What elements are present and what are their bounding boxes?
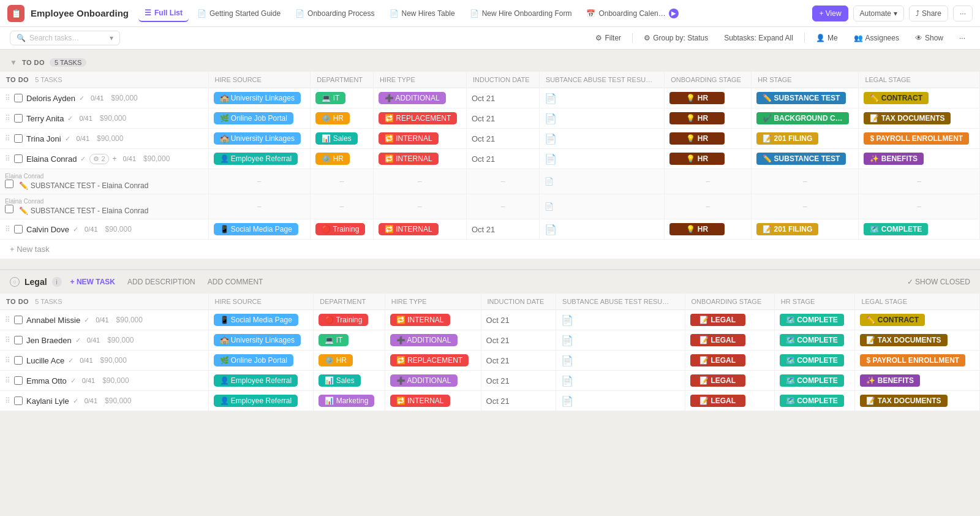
automate-button[interactable]: Automate ▾ xyxy=(853,6,904,21)
hire-type-cell: 🔁 INTERNAL xyxy=(373,129,466,149)
task-meta: 0/41 xyxy=(123,155,136,162)
add-subtask[interactable]: + xyxy=(113,154,117,163)
sub-td: – xyxy=(665,169,752,194)
hire-type-chip: 🔁 REPLACEMENT xyxy=(379,112,457,124)
substance-cell: 📄 xyxy=(556,351,685,371)
department-cell: 📊 Marketing xyxy=(314,391,385,411)
hire-source-chip: 👤 Employee Referral xyxy=(214,153,298,165)
task-checkbox[interactable] xyxy=(14,154,23,163)
task-checkbox[interactable] xyxy=(14,114,23,123)
induction-date-cell: Oct 21 xyxy=(481,330,556,351)
induction-date-cell: Oct 21 xyxy=(481,371,556,391)
more-button[interactable]: ··· xyxy=(953,6,973,21)
show-button[interactable]: 👁 Show xyxy=(910,31,948,45)
stage-chip: 🗺️ COMPLETE xyxy=(780,395,844,407)
tab-onboarding-process[interactable]: 📄 Onboarding Process xyxy=(289,6,380,21)
task-checkbox[interactable] xyxy=(14,134,23,143)
legal-table-wrap: TO DO 5 TASKS HIRE SOURCE DEPARTMENT HIR… xyxy=(0,294,980,411)
task-price: $90,000 xyxy=(102,376,129,385)
toolbar-right: ⚙ Filter ⚙ Group by: Status Subtasks: Ex… xyxy=(590,31,970,45)
subtask-checkbox[interactable] xyxy=(5,180,13,188)
task-checkbox[interactable] xyxy=(14,94,23,102)
tab-new-hire-form[interactable]: 📄 New Hire Onboarding Form xyxy=(464,6,578,21)
expand-todo-icon[interactable]: ▼ xyxy=(10,58,17,67)
table-row: ⠿ Kaylani Lyle ✓ 0/41 $90,000 👤 Employee… xyxy=(0,391,980,411)
onboarding-stage-cell: 💡 HR xyxy=(665,149,752,169)
hire-source-chip: 👤 Employee Referral xyxy=(214,374,298,387)
assignees-button[interactable]: 👥 Assignees xyxy=(849,31,904,45)
th-induction-date: INDUCTION DATE xyxy=(466,72,539,88)
nav-actions: + View Automate ▾ ⤴ Share ··· xyxy=(812,6,973,21)
legal-section: ○ Legal i + NEW TASK ADD DESCRIPTION ADD… xyxy=(0,269,980,411)
share-button[interactable]: ⤴ Share xyxy=(909,6,948,21)
search-box[interactable]: 🔍 Search tasks… ▾ xyxy=(10,31,120,45)
stage-chip: ✏️ SUBSTANCE TEST xyxy=(756,153,846,165)
subtasks-button[interactable]: Subtasks: Expand All xyxy=(719,31,798,45)
onboarding-stage-cell: 📝 LEGAL xyxy=(685,371,774,391)
drag-handle: ⠿ xyxy=(5,316,10,324)
lth-todo: TO DO 5 TASKS xyxy=(0,294,208,310)
file-icon: 📄 xyxy=(545,93,557,104)
subtask-checkbox[interactable] xyxy=(5,205,13,213)
group-by-button[interactable]: ⚙ Group by: Status xyxy=(639,31,713,45)
file-icon: 📄 xyxy=(545,202,554,211)
stage-chip: 🗺️ COMPLETE xyxy=(780,354,844,366)
task-checkbox[interactable] xyxy=(14,396,23,405)
add-description-button[interactable]: ADD DESCRIPTION xyxy=(124,276,199,287)
drag-handle: ⠿ xyxy=(5,336,10,344)
more-options-button[interactable]: ··· xyxy=(954,31,970,45)
hire-source-cell: 🏫 University Linkages xyxy=(208,88,311,108)
stage-chip: 📝 LEGAL xyxy=(690,334,745,346)
onboarding-stage-cell: 💡 HR xyxy=(665,219,752,240)
hire-source-chip: 📱 Social Media Page xyxy=(214,223,298,235)
tab-full-list[interactable]: ☰ Full List xyxy=(138,5,189,22)
table-header-row: TO DO 5 TASKS HIRE SOURCE DEPARTMENT HIR… xyxy=(0,72,980,88)
lth-onboarding-stage: ONBOARDING STAGE xyxy=(685,294,774,310)
assignees-icon: 👥 xyxy=(854,34,863,42)
hire-source-cell: 👤 Employee Referral xyxy=(208,391,314,411)
induction-date-cell: Oct 21 xyxy=(466,129,539,149)
onboarding-stage-cell: 💡 HR xyxy=(665,88,752,108)
substance-cell: 📄 xyxy=(556,391,685,411)
task-checkbox[interactable] xyxy=(14,225,23,233)
substance-cell: 📄 xyxy=(539,129,664,149)
add-comment-button[interactable]: ADD COMMENT xyxy=(204,276,267,287)
filter-button[interactable]: ⚙ Filter xyxy=(590,31,626,45)
onboarding-stage-cell: 💡 HR xyxy=(665,108,752,129)
lth-hr-stage: HR STAGE xyxy=(774,294,855,310)
hire-source-cell: 🌿 Online Job Portal xyxy=(208,108,311,129)
department-cell: 📊 Sales xyxy=(314,371,385,391)
task-meta: 0/41 xyxy=(85,226,97,233)
stage-chip: ✔️ BACKGROUND C… xyxy=(756,112,848,124)
expand-legal-icon[interactable]: ○ xyxy=(10,277,20,287)
task-meta: 0/41 xyxy=(91,94,104,102)
new-task-legal-button[interactable]: + NEW TASK xyxy=(67,276,119,287)
task-checkbox[interactable] xyxy=(14,356,23,365)
stage-chip: 📝 LEGAL xyxy=(690,395,745,407)
task-name-cell: ⠿ Annabel Missie ✓ 0/41 $90,000 xyxy=(0,310,208,330)
task-checkbox[interactable] xyxy=(14,376,23,385)
stage-chip: 💡 HR xyxy=(669,92,725,104)
tab-onboarding-cal[interactable]: 📅 Onboarding Calen… ▶ xyxy=(580,5,684,22)
legal-stage-cell: ✏️ CONTRACT xyxy=(859,88,980,108)
task-name: Deloris Ayden xyxy=(26,94,75,103)
task-checkbox[interactable] xyxy=(14,336,23,344)
chevron-down-icon: ▾ xyxy=(894,9,897,18)
show-closed-button[interactable]: ✓ SHOW CLOSED xyxy=(907,278,970,286)
lth-substance: SUBTANCE ABUSE TEST RESU… xyxy=(556,294,685,310)
sub-td: – xyxy=(466,169,539,194)
task-checkbox[interactable] xyxy=(14,316,23,324)
tab-new-hires-table[interactable]: 📄 New Hires Table xyxy=(383,6,461,21)
sub-td: 📄 xyxy=(539,169,664,194)
file-icon: 📄 xyxy=(545,224,557,235)
tab-getting-started[interactable]: 📄 Getting Started Guide xyxy=(191,6,287,21)
task-name: Emma Otto xyxy=(26,376,67,385)
hire-source-chip: 🌿 Online Job Portal xyxy=(214,354,293,366)
app-title: Employee Onboarding xyxy=(31,8,129,18)
task-name: Elaina Conrad xyxy=(26,154,77,164)
person-icon: 👤 xyxy=(816,34,825,42)
new-task-button[interactable]: + New task xyxy=(0,240,980,259)
me-button[interactable]: 👤 Me xyxy=(811,31,843,45)
view-button[interactable]: + View xyxy=(812,6,848,21)
induction-date-cell: Oct 21 xyxy=(466,219,539,240)
